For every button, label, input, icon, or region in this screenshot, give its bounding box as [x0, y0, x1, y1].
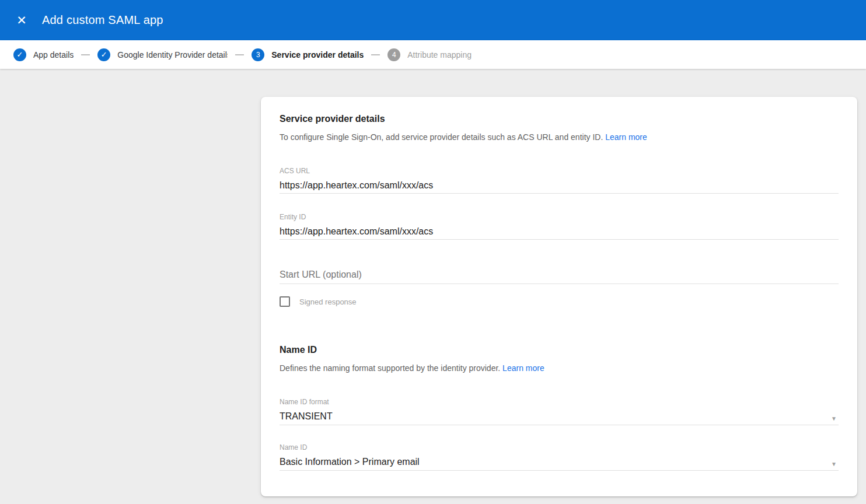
- step-app-details[interactable]: ✓ App details: [13, 48, 74, 61]
- stepper: ✓ App details ✓ Google Identity Provider…: [0, 40, 866, 69]
- signed-response-row[interactable]: Signed response: [280, 296, 839, 307]
- entity-id-input[interactable]: [280, 220, 839, 240]
- start-url-field-group: [280, 269, 839, 284]
- step-connector: [81, 54, 90, 55]
- close-icon[interactable]: ✕: [10, 9, 33, 32]
- name-id-format-select[interactable]: TRANSIENT ▼: [280, 405, 839, 425]
- acs-url-input[interactable]: [280, 174, 839, 194]
- name-id-format-label: Name ID format: [280, 398, 839, 405]
- step-label: App details: [33, 50, 74, 60]
- check-icon: ✓: [17, 50, 23, 59]
- name-id-select[interactable]: Basic Information > Primary email ▼: [280, 451, 839, 471]
- learn-more-link[interactable]: Learn more: [502, 363, 544, 373]
- start-url-input[interactable]: [280, 269, 839, 284]
- signed-response-label: Signed response: [299, 298, 357, 306]
- step-complete-circle: ✓: [97, 48, 110, 61]
- section-heading-name-id: Name ID: [280, 344, 839, 356]
- name-id-format-value: TRANSIENT: [280, 411, 333, 421]
- section-description: To configure Single Sign-On, add service…: [280, 132, 839, 142]
- name-id-format-field-group: Name ID format TRANSIENT ▼: [280, 398, 839, 425]
- step-google-idp-details[interactable]: ✓ Google Identity Provider details: [97, 48, 228, 61]
- step-complete-circle: ✓: [13, 48, 26, 61]
- name-id-label: Name ID: [280, 444, 839, 451]
- learn-more-link[interactable]: Learn more: [605, 132, 647, 142]
- description-text: To configure Single Sign-On, add service…: [280, 132, 603, 142]
- step-connector: [235, 54, 244, 55]
- step-label: Google Identity Provider details: [117, 50, 228, 60]
- step-connector: [371, 54, 380, 55]
- step-label: Attribute mapping: [407, 50, 472, 60]
- dialog-header: ✕ Add custom SAML app: [0, 0, 866, 40]
- section-heading-service-provider: Service provider details: [280, 113, 839, 125]
- step-service-provider-details[interactable]: 3 Service provider details: [252, 48, 364, 61]
- service-provider-details-card: Service provider details To configure Si…: [261, 97, 857, 496]
- entity-id-label: Entity ID: [280, 214, 839, 220]
- entity-id-field-group: Entity ID: [280, 214, 839, 240]
- chevron-down-icon: ▼: [831, 413, 837, 425]
- step-number-circle: 3: [252, 48, 264, 61]
- acs-url-field-group: ACS URL: [280, 167, 839, 194]
- name-id-value: Basic Information > Primary email: [280, 457, 420, 467]
- step-attribute-mapping[interactable]: 4 Attribute mapping: [387, 48, 472, 61]
- acs-url-label: ACS URL: [280, 167, 839, 174]
- description-text: Defines the naming format supported by t…: [280, 363, 500, 373]
- chevron-down-icon: ▼: [831, 459, 837, 470]
- signed-response-checkbox[interactable]: [280, 296, 290, 307]
- step-label: Service provider details: [271, 50, 364, 60]
- name-id-field-group: Name ID Basic Information > Primary emai…: [280, 444, 839, 471]
- section-description: Defines the naming format supported by t…: [280, 363, 839, 373]
- step-number-circle: 4: [387, 48, 400, 61]
- check-icon: ✓: [101, 50, 107, 59]
- dialog-title: Add custom SAML app: [42, 13, 163, 27]
